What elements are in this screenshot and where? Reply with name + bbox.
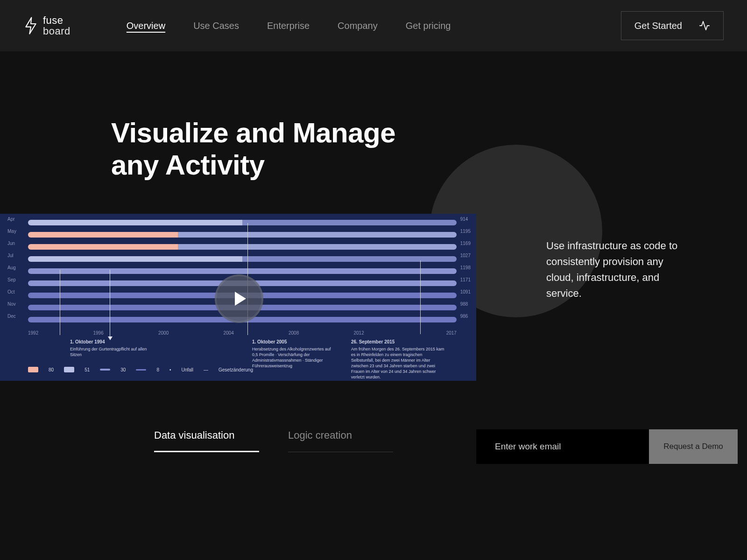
lower-section: Data visualisation Logic creation Reques…	[0, 429, 747, 464]
page-title: Visualize and Manage any Activity	[111, 117, 747, 181]
hero-copy: Use infrastructure as code to consistent…	[546, 238, 686, 301]
get-started-label: Get Started	[634, 21, 682, 31]
x-axis: 1992 1996 2000 2004 2008 2012 2017	[28, 330, 457, 336]
tab-data-visualisation[interactable]: Data visualisation	[154, 429, 259, 452]
chart-annotation: 1. Oktober 2005 Herabsetzung des Alkohol…	[252, 339, 331, 369]
tab-logic-creation[interactable]: Logic creation	[288, 429, 393, 452]
nav-overview[interactable]: Overview	[127, 21, 165, 31]
email-field[interactable]	[476, 429, 649, 464]
bolt-icon	[23, 16, 38, 35]
primary-nav: Overview Use Cases Enterprise Company Ge…	[127, 21, 451, 31]
feature-tabs: Data visualisation Logic creation	[154, 429, 393, 452]
brand-logo[interactable]: fuse board	[23, 15, 70, 36]
chart-legend: 80 51 30 8 •Unfall —Gesetzänderung	[28, 367, 253, 372]
brand-name: fuse board	[43, 15, 70, 36]
get-started-button[interactable]: Get Started	[621, 11, 724, 40]
hero-section: Visualize and Manage any Activity Use in…	[0, 51, 747, 381]
y-axis-left: AprMayJun JulAugSep OctNovDec	[7, 217, 16, 319]
nav-enterprise[interactable]: Enterprise	[267, 21, 310, 31]
nav-pricing[interactable]: Get pricing	[406, 21, 451, 31]
chart-annotation: 1. Oktober 1994 Einführung der Gurtentra…	[70, 339, 149, 357]
marker-line	[420, 260, 421, 334]
nav-company[interactable]: Company	[338, 21, 378, 31]
hero-video: AprMayJun JulAugSep OctNovDec 9141195116…	[0, 214, 476, 381]
y-axis-right: 91411951169 102711981171 1091988986	[460, 217, 471, 319]
arrow-down-icon	[110, 270, 110, 340]
play-button[interactable]	[215, 274, 263, 323]
play-icon	[235, 292, 246, 306]
chart-annotation: 26. September 2015 Am frühen Morgen des …	[351, 339, 444, 380]
request-demo-button[interactable]: Request a Demo	[649, 429, 738, 464]
activity-icon	[699, 20, 710, 31]
site-header: fuse board Overview Use Cases Enterprise…	[0, 0, 747, 51]
marker-line	[60, 270, 60, 335]
nav-use-cases[interactable]: Use Cases	[193, 21, 239, 31]
demo-cta: Request a Demo	[476, 429, 738, 464]
